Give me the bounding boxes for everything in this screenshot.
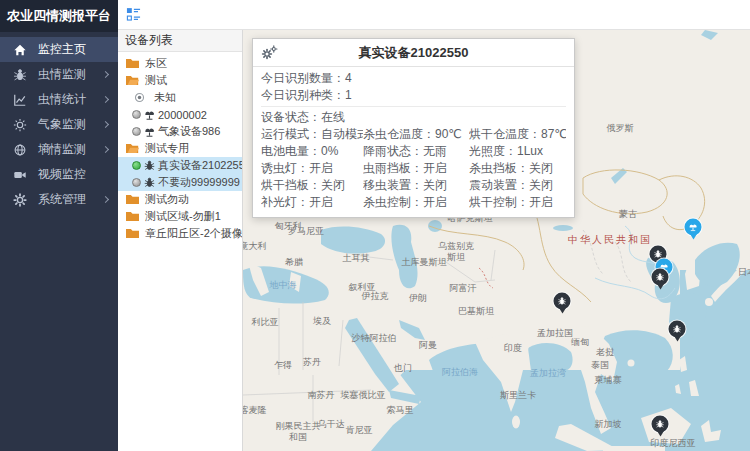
bug-icon <box>144 160 155 171</box>
attr-kill-temp: 杀虫仓温度：90℃ <box>363 126 469 143</box>
map[interactable]: 俄罗斯蒙古中华人民共和国捷克乌克兰匈牙利罗马尼亚意大利希腊土耳其地中海叙利亚伊拉… <box>243 30 750 451</box>
popup-body: 今日识别数量：4 今日识别种类：1 设备状态：在线 运行模式：自动模式 杀虫仓温… <box>253 67 574 217</box>
folder-open-icon <box>126 75 139 86</box>
sidebar-item-system-settings[interactable]: 系统管理 <box>0 187 118 212</box>
crosshair-icon <box>134 92 145 103</box>
bug-icon <box>13 68 27 82</box>
device-list-title: 设备列表 <box>118 30 242 52</box>
attr-run-mode: 运行模式：自动模式 <box>261 126 363 143</box>
tree-label: 测试专用 <box>145 141 189 156</box>
chevron-right-icon <box>102 196 109 203</box>
weather-device-marker[interactable] <box>685 219 702 236</box>
tree-label: 测试 <box>145 73 167 88</box>
chart-icon <box>13 93 27 107</box>
chevron-right-icon <box>102 96 109 103</box>
tree-device-unknown[interactable]: 未知 <box>118 89 242 106</box>
tree-folder-east[interactable]: 东区 <box>118 55 242 72</box>
sidebar-item-weather-monitor[interactable]: 气象监测 <box>0 112 118 137</box>
sidebar-item-label: 监控主页 <box>38 41 86 58</box>
sidebar-item-insect-stats[interactable]: 虫情统计 <box>0 87 118 112</box>
attr-vibrate-device: 震动装置：关闭 <box>469 177 566 194</box>
tree-folder-test-no-move[interactable]: 测试勿动 <box>118 191 242 208</box>
attr-battery: 电池电量：0% <box>261 143 363 160</box>
sidebar-item-soil-monitor[interactable]: 墒情监测 <box>0 137 118 162</box>
chevron-right-icon <box>102 146 109 153</box>
weather-station-icon <box>144 109 155 120</box>
device-attributes-grid: 运行模式：自动模式 杀虫仓温度：90℃ 烘干仓温度：87℃ 电池电量：0% 降雨… <box>261 126 566 211</box>
soil-icon <box>13 143 27 157</box>
attr-lure-lamp: 诱虫灯：开启 <box>261 160 363 177</box>
insect-device-marker[interactable] <box>554 293 571 310</box>
tree-device-weather-986[interactable]: 气象设备986 <box>118 123 242 140</box>
popup-header: 真实设备21022550 <box>253 39 574 67</box>
status-dot-online <box>132 161 141 170</box>
device-tree: 东区 测试 未知 20000002 气象设备986 测试专用 真实设备 <box>118 52 242 242</box>
attr-dry-control: 烘干控制：开启 <box>469 194 566 211</box>
stat-recognized-species: 今日识别种类：1 <box>261 87 566 104</box>
sidebar-item-video-monitor[interactable]: 视频监控 <box>0 162 118 187</box>
tree-device-20000002[interactable]: 20000002 <box>118 106 242 123</box>
tree-label: 不要动99999999 <box>158 175 240 190</box>
sidebar-item-monitor-home[interactable]: 监控主页 <box>0 37 118 62</box>
device-status: 设备状态：在线 <box>261 109 566 126</box>
attr-move-device: 移虫装置：关闭 <box>363 177 469 194</box>
status-dot-offline <box>132 110 141 119</box>
tree-label: 章丘阳丘区-2个摄像头 <box>145 226 242 241</box>
sidebar: 农业四情测报平台 监控主页 虫情监测 虫情统计 气象监测 <box>0 0 118 451</box>
attr-kill-control: 杀虫控制：开启 <box>363 194 469 211</box>
home-icon <box>13 43 27 57</box>
insect-device-marker[interactable] <box>652 416 669 433</box>
sidebar-item-label: 系统管理 <box>38 191 86 208</box>
tree-label: 未知 <box>154 90 176 105</box>
bug-icon <box>144 177 155 188</box>
divider <box>261 106 566 107</box>
chevron-right-icon <box>102 121 109 128</box>
weather-icon <box>13 118 27 132</box>
attr-illuminance: 光照度：1Lux <box>469 143 566 160</box>
layout-toggle-icon[interactable] <box>126 7 141 22</box>
attr-rain-status: 降雨状态：无雨 <box>363 143 469 160</box>
attr-dry-temp: 烘干仓温度：87℃ <box>469 126 566 143</box>
sidebar-menu: 监控主页 虫情监测 虫情统计 气象监测 <box>0 37 118 212</box>
insect-device-marker[interactable] <box>669 321 686 338</box>
sidebar-item-label: 视频监控 <box>38 166 86 183</box>
weather-station-icon <box>144 126 155 137</box>
video-camera-icon <box>13 168 27 182</box>
device-info-popup: 真实设备21022550 今日识别数量：4 今日识别种类：1 设备状态：在线 运… <box>252 38 575 218</box>
folder-closed-icon <box>126 58 139 69</box>
tree-label: 东区 <box>145 56 167 71</box>
tree-label: 气象设备986 <box>158 124 220 139</box>
attr-dry-baffle: 烘干挡板：关闭 <box>261 177 363 194</box>
sidebar-item-label: 气象监测 <box>38 116 86 133</box>
tree-folder-test[interactable]: 测试 <box>118 72 242 89</box>
attr-kill-baffle: 杀虫挡板：关闭 <box>469 160 566 177</box>
tree-folder-zhangqiu[interactable]: 章丘阳丘区-2个摄像头 <box>118 225 242 242</box>
folder-open-icon <box>126 143 139 154</box>
sidebar-item-label: 墒情监测 <box>38 141 86 158</box>
sidebar-item-label: 虫情统计 <box>38 91 86 108</box>
gear-icon <box>13 193 27 207</box>
app-title: 农业四情测报平台 <box>0 0 118 32</box>
tree-label: 测试勿动 <box>145 192 189 207</box>
sidebar-item-insect-monitor[interactable]: 虫情监测 <box>0 62 118 87</box>
popup-title: 真实设备21022550 <box>253 44 574 62</box>
folder-closed-icon <box>126 211 139 222</box>
tree-label: 测试区域-勿删1 <box>145 209 221 224</box>
tree-device-real-21022550[interactable]: 真实设备21022550 <box>118 157 242 174</box>
folder-closed-icon <box>126 194 139 205</box>
status-dot-offline <box>132 178 141 187</box>
attr-fill-lamp: 补光灯：开启 <box>261 194 363 211</box>
tree-folder-test-special[interactable]: 测试专用 <box>118 140 242 157</box>
tree-folder-test-region[interactable]: 测试区域-勿删1 <box>118 208 242 225</box>
insect-device-marker[interactable] <box>652 269 669 286</box>
stat-recognized-count: 今日识别数量：4 <box>261 70 566 87</box>
folder-closed-icon <box>126 228 139 239</box>
attr-rain-baffle: 虫雨挡板：开启 <box>363 160 469 177</box>
tree-label: 20000002 <box>158 109 207 121</box>
tree-device-do-not-touch[interactable]: 不要动99999999 <box>118 174 242 191</box>
device-list-panel: 设备列表 东区 测试 未知 20000002 气象设备986 测试专用 <box>118 30 243 451</box>
top-bar <box>118 0 750 30</box>
cogs-settings-icon[interactable] <box>261 45 278 60</box>
status-dot-offline <box>132 127 141 136</box>
chevron-right-icon <box>102 71 109 78</box>
